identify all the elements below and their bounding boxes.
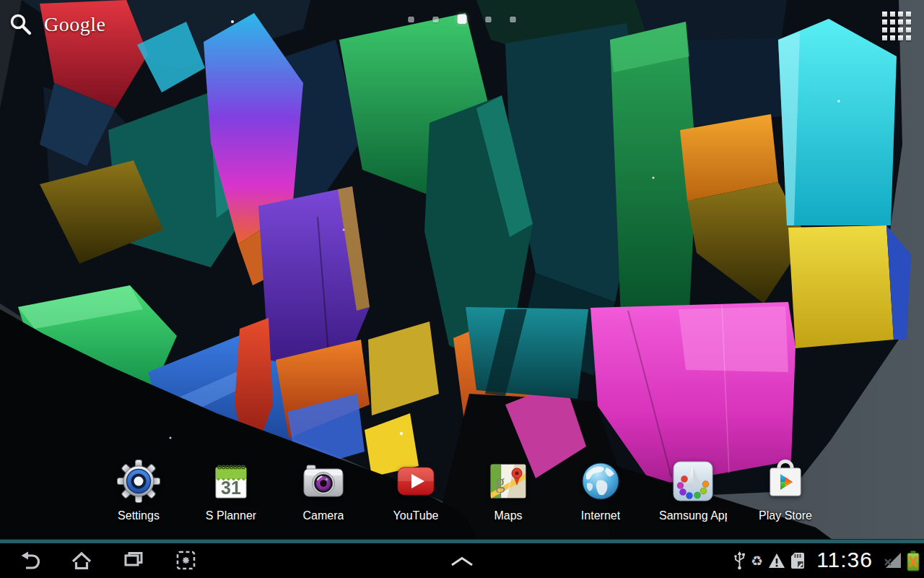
dock-app-settings[interactable]: Settings xyxy=(92,458,185,524)
page-dot-active xyxy=(458,14,467,24)
all-apps-button[interactable] xyxy=(879,9,914,43)
dock-app-camera[interactable]: Camera xyxy=(277,458,370,524)
google-maps-icon: g xyxy=(485,458,531,504)
clock: 11:36 xyxy=(816,548,873,572)
google-logo: Google xyxy=(44,13,105,36)
dock-app-label: Play Store xyxy=(759,509,812,524)
dock-app-maps[interactable]: g Maps xyxy=(462,458,554,524)
navigation-bar: ♻ 11:36 xyxy=(0,543,924,578)
recent-apps-icon xyxy=(121,548,147,574)
warning-icon xyxy=(768,553,785,569)
page-indicator xyxy=(409,14,516,24)
battery-error-icon xyxy=(907,551,920,571)
globe-icon xyxy=(578,458,624,504)
settings-gear-icon xyxy=(116,458,162,504)
dock-app-label: Samsung Apps xyxy=(659,509,727,524)
dock-app-label: Settings xyxy=(118,509,160,524)
page-dot xyxy=(433,17,439,22)
dock-app-label: Camera xyxy=(303,509,344,524)
dock-app-youtube[interactable]: YouTube xyxy=(370,458,462,524)
usb-icon xyxy=(733,551,746,570)
dock: Settings 31 S Planner xyxy=(92,458,832,524)
android-home-screen: Google xyxy=(0,0,924,578)
dock-app-label: Internet xyxy=(581,509,620,524)
home-icon xyxy=(69,548,95,574)
dock-app-play-store[interactable]: Play Store xyxy=(739,458,832,524)
search-icon xyxy=(9,12,33,37)
dock-app-s-planner[interactable]: 31 S Planner xyxy=(185,458,277,524)
page-dot xyxy=(486,17,492,22)
play-store-icon xyxy=(762,458,808,504)
screenshot-button[interactable] xyxy=(172,543,199,578)
svg-text:31: 31 xyxy=(221,478,241,498)
apps-grid-icon xyxy=(882,12,911,40)
status-tray: ♻ 11:36 xyxy=(733,543,920,578)
dock-app-internet[interactable]: Internet xyxy=(554,458,647,524)
page-dot xyxy=(409,17,414,22)
camera-icon xyxy=(300,458,346,504)
chevron-up-icon xyxy=(446,553,478,568)
dock-app-label: S Planner xyxy=(206,509,256,524)
svg-text:g: g xyxy=(495,470,505,493)
dock-app-samsung-apps[interactable]: Samsung Apps xyxy=(647,458,739,524)
dock-app-label: YouTube xyxy=(393,509,439,524)
calendar-icon: 31 xyxy=(208,458,254,504)
back-button[interactable] xyxy=(16,543,43,578)
recent-apps-button[interactable] xyxy=(120,543,147,578)
page-dot xyxy=(510,17,516,22)
screenshot-icon xyxy=(173,548,199,574)
samsung-apps-icon xyxy=(670,458,716,504)
expand-tray-button[interactable] xyxy=(433,543,491,578)
home-button[interactable] xyxy=(68,543,95,578)
sd-card-icon xyxy=(790,552,805,569)
back-arrow-icon xyxy=(17,548,43,574)
dock-app-label: Maps xyxy=(494,509,522,524)
media-scanner-icon: ♻ xyxy=(751,554,763,568)
google-search-widget[interactable]: Google xyxy=(9,9,105,40)
no-signal-icon xyxy=(883,553,902,569)
youtube-play-icon xyxy=(393,458,439,504)
